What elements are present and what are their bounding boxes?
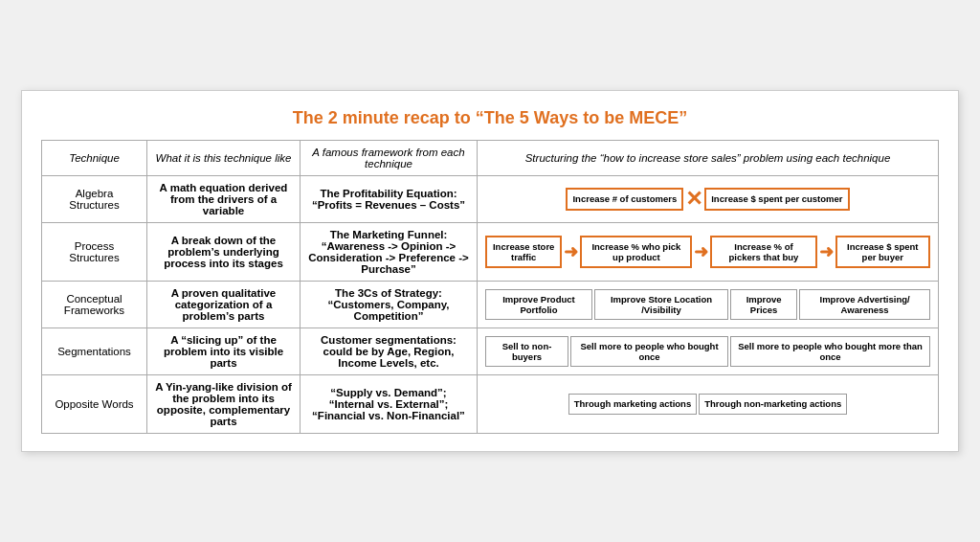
multiply-symbol: ✕	[685, 187, 702, 212]
table-row: Conceptual Frameworks A proven qualitati…	[42, 282, 939, 328]
technique-segmentation: Segmentations	[42, 328, 147, 375]
description-conceptual: A proven qualitative categorization of a…	[147, 282, 301, 328]
main-title: The 2 minute recap to “The 5 Ways to be …	[41, 108, 939, 128]
segmentation-diagram-row: Sell to non-buyers Sell more to people w…	[485, 336, 930, 368]
table-row: Process Structures A break down of the p…	[42, 223, 939, 282]
segmentation-box1: Sell to non-buyers	[485, 336, 568, 368]
process-box2: Increase % who pick up product	[580, 236, 692, 269]
table-row: Segmentations A “slicing up” of the prob…	[42, 328, 939, 375]
conceptual-box2: Improve Store Location /Visibility	[594, 289, 728, 321]
segmentation-box3: Sell more to people who bought more than…	[730, 336, 930, 368]
header-description: What it is this technique like	[147, 141, 301, 176]
framework-process: The Marketing Funnel: “Awareness -> Opin…	[301, 223, 478, 282]
description-process: A break down of the problem’s underlying…	[147, 223, 301, 282]
conceptual-box4: Improve Advertising/ Awareness	[799, 289, 930, 321]
header-diagram: Structuring the “how to increase store s…	[478, 141, 939, 176]
process-box3: Increase % of pickers that buy	[710, 236, 816, 269]
framework-opposite: “Supply vs. Demand”; “Internal vs. Exter…	[301, 375, 478, 434]
diagram-segmentation: Sell to non-buyers Sell more to people w…	[478, 328, 939, 375]
framework-segmentation: Customer segmentations: could be by Age,…	[301, 328, 478, 375]
diagram-algebra: Increase # of customers ✕ Increase $ spe…	[478, 176, 939, 223]
conceptual-box1: Improve Product Portfolio	[485, 289, 592, 321]
segmentation-box2: Sell more to people who bought once	[570, 336, 728, 368]
technique-opposite: Opposite Words	[42, 375, 147, 434]
header-framework: A famous framework from each technique	[301, 141, 478, 176]
description-algebra: A math equation derived from the drivers…	[147, 176, 301, 223]
diagram-process: Increase store traffic ➜ Increase % who …	[478, 223, 939, 282]
header-technique: Technique	[42, 141, 147, 176]
opposite-box1: Through marketing actions	[568, 394, 697, 414]
process-box1: Increase store traffic	[485, 236, 562, 269]
opposite-diagram-row: Through marketing actions Through non-ma…	[485, 394, 930, 414]
framework-conceptual: The 3Cs of Strategy: “Customers, Company…	[301, 282, 478, 328]
technique-process: Process Structures	[42, 223, 147, 282]
diagram-opposite: Through marketing actions Through non-ma…	[478, 375, 939, 434]
opposite-box2: Through non-marketing actions	[699, 394, 847, 414]
process-diagram-row: Increase store traffic ➜ Increase % who …	[485, 236, 930, 269]
framework-algebra: The Profitability Equation: “Profits = R…	[301, 176, 478, 223]
technique-conceptual: Conceptual Frameworks	[42, 282, 147, 328]
diagram-conceptual: Improve Product Portfolio Improve Store …	[478, 282, 939, 328]
algebra-box2: Increase $ spent per customer	[704, 188, 849, 210]
conceptual-diagram-row: Improve Product Portfolio Improve Store …	[485, 289, 930, 321]
technique-algebra: Algebra Structures	[42, 176, 147, 223]
table-row: Algebra Structures A math equation deriv…	[42, 176, 939, 223]
algebra-box1: Increase # of customers	[566, 188, 683, 210]
process-box4: Increase $ spent per buyer	[835, 236, 930, 269]
main-table: Technique What it is this technique like…	[41, 140, 939, 434]
page-wrapper: The 2 minute recap to “The 5 Ways to be …	[21, 90, 959, 452]
arrow-icon-1: ➜	[564, 241, 578, 262]
description-opposite: A Yin-yang-like division of the problem …	[147, 375, 301, 434]
description-segmentation: A “slicing up” of the problem into its v…	[147, 328, 301, 375]
arrow-icon-2: ➜	[694, 241, 708, 262]
algebra-diagram-row: Increase # of customers ✕ Increase $ spe…	[485, 187, 930, 212]
table-row: Opposite Words A Yin-yang-like division …	[42, 375, 939, 434]
arrow-icon-3: ➜	[819, 241, 834, 262]
conceptual-box3: Improve Prices	[730, 289, 797, 321]
